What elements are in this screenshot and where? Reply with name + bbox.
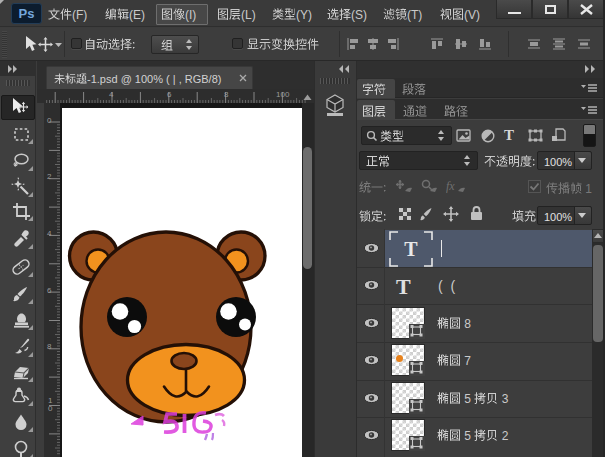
svg-text:fx: fx — [446, 179, 455, 193]
